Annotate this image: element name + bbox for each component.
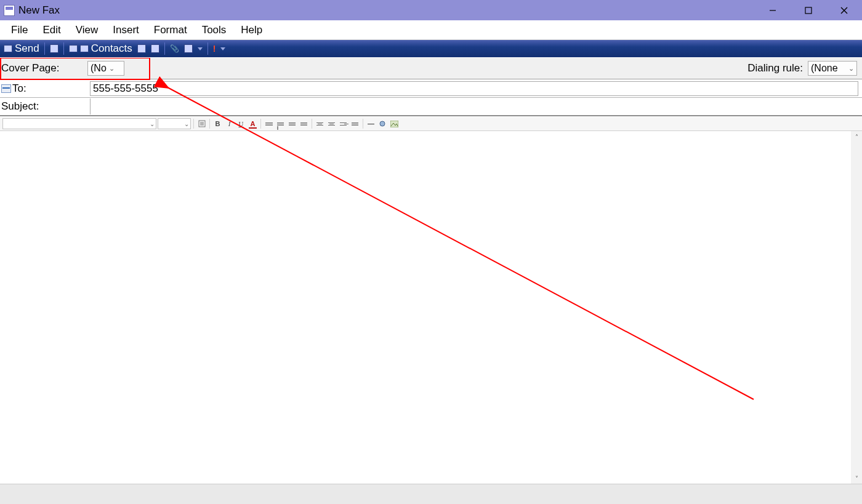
- menubar: File Edit View Insert Format Tools Help: [0, 20, 862, 40]
- menu-format[interactable]: Format: [147, 22, 195, 39]
- coverpage-value: (No: [91, 63, 107, 74]
- toolbar-priority-button[interactable]: !: [211, 40, 219, 57]
- chevron-down-icon: ⌄: [848, 65, 854, 73]
- check-icon: [151, 44, 159, 53]
- to-row: To:: [0, 79, 862, 98]
- send-button[interactable]: Send: [1, 40, 42, 57]
- vertical-scrollbar[interactable]: ˄ ˅: [851, 131, 862, 484]
- insert-link-button[interactable]: [377, 119, 388, 129]
- scan-icon: [184, 44, 193, 53]
- send-icon: [4, 45, 12, 52]
- menu-tools[interactable]: Tools: [195, 22, 234, 39]
- subject-input[interactable]: [90, 98, 858, 114]
- card-icon: [69, 45, 78, 52]
- align-right-button[interactable]: [338, 119, 348, 129]
- outdent-button[interactable]: [287, 119, 297, 129]
- toolbar-addressbook-button[interactable]: [135, 40, 148, 57]
- coverpage-select[interactable]: (No ⌄: [87, 61, 124, 76]
- paperclip-icon: 📎: [170, 44, 179, 53]
- align-center-button[interactable]: [326, 119, 337, 129]
- paragraph-style-button[interactable]: [196, 119, 207, 129]
- bulleted-list-button[interactable]: [275, 119, 286, 129]
- align-left-button[interactable]: [315, 119, 325, 129]
- dialing-rule-select[interactable]: (None ⌄: [808, 61, 857, 76]
- scroll-up-button[interactable]: ˄: [851, 131, 862, 142]
- chevron-down-icon: ⌄: [184, 121, 189, 127]
- chevron-down-icon: ⌄: [150, 121, 155, 127]
- menu-insert[interactable]: Insert: [105, 22, 147, 39]
- close-button[interactable]: [826, 0, 862, 20]
- minimize-button[interactable]: [755, 0, 791, 20]
- contacts-button[interactable]: Contacts: [66, 40, 135, 57]
- toolbar-preview-button[interactable]: [47, 40, 61, 57]
- toolbar-scan-button[interactable]: [182, 40, 195, 57]
- coverpage-row: Cover Page: (No ⌄ Dialing rule: (None ⌄: [0, 57, 862, 79]
- menu-help[interactable]: Help: [233, 22, 270, 39]
- menu-edit[interactable]: Edit: [35, 22, 68, 39]
- toolbar-attach-button[interactable]: 📎: [167, 40, 182, 57]
- insert-picture-button[interactable]: [389, 119, 400, 129]
- book-icon: [137, 44, 146, 53]
- app-icon: [4, 5, 15, 16]
- priority-icon: !: [213, 44, 216, 54]
- insert-line-button[interactable]: —: [366, 119, 376, 129]
- toolbar-check-button[interactable]: [148, 40, 162, 57]
- format-toolbar: ⌄ ⌄ B I U A —: [0, 116, 862, 131]
- card-icon: [80, 45, 89, 52]
- numbered-list-button[interactable]: [264, 119, 274, 129]
- dialing-rule-label: Dialing rule:: [747, 62, 803, 74]
- chevron-down-icon: [220, 47, 225, 50]
- italic-button[interactable]: I: [224, 119, 235, 129]
- dialing-rule-value: (None: [811, 63, 838, 74]
- svg-point-8: [380, 121, 385, 126]
- window-title: New Fax: [18, 4, 60, 17]
- menu-file[interactable]: File: [4, 22, 35, 39]
- toolbar: Send Contacts 📎 !: [0, 40, 862, 57]
- to-input[interactable]: [90, 81, 858, 96]
- font-color-button[interactable]: A: [248, 119, 258, 129]
- chevron-down-icon: [198, 47, 203, 50]
- svg-rect-1: [805, 7, 812, 14]
- toolbar-scan-dropdown[interactable]: [195, 40, 205, 57]
- menu-view[interactable]: View: [68, 22, 106, 39]
- bold-button[interactable]: B: [212, 119, 223, 129]
- status-bar: [0, 484, 862, 504]
- toolbar-priority-dropdown[interactable]: [218, 40, 228, 57]
- coverpage-label: Cover Page:: [1, 62, 87, 74]
- message-body[interactable]: ˄ ˅: [0, 131, 862, 484]
- indent-button[interactable]: [299, 119, 309, 129]
- font-size-select[interactable]: ⌄: [158, 118, 191, 129]
- align-justify-button[interactable]: [350, 119, 360, 129]
- subject-row: Subject:: [0, 98, 862, 116]
- maximize-button[interactable]: [791, 0, 826, 20]
- subject-label: Subject:: [0, 100, 90, 113]
- font-family-select[interactable]: ⌄: [2, 118, 156, 129]
- scroll-down-button[interactable]: ˅: [851, 473, 862, 484]
- page-icon: [50, 44, 58, 53]
- underline-button[interactable]: U: [236, 119, 246, 129]
- contact-card-icon: [1, 84, 11, 93]
- titlebar: New Fax: [0, 0, 862, 20]
- to-label[interactable]: To:: [0, 82, 90, 95]
- chevron-down-icon: ⌄: [109, 65, 115, 73]
